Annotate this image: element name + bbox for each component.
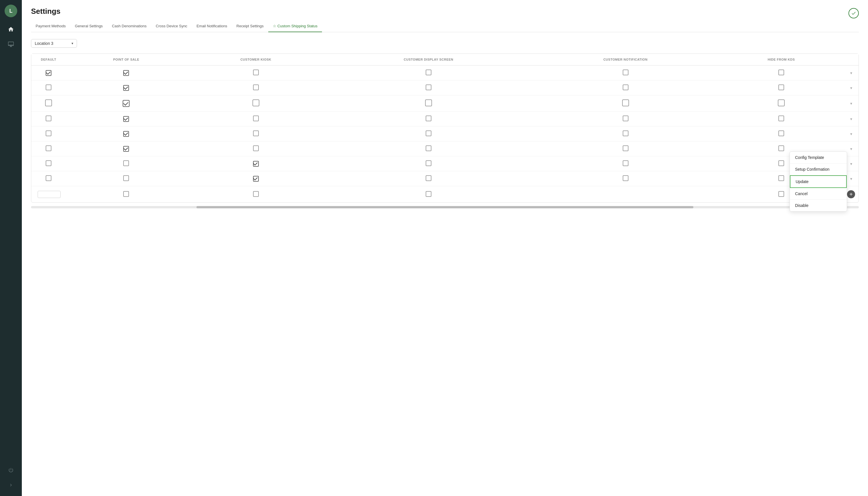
checkbox-default-row6[interactable] [46,145,51,151]
tabs-bar: Payment Methods General Settings Cash De… [31,21,859,32]
table-row: ▾ [31,156,858,171]
scroll-thumb[interactable] [196,206,693,208]
checkbox-display-row5[interactable] [426,130,431,136]
checkbox-display-row9[interactable] [426,191,431,197]
table-row: ▾ [31,141,858,156]
context-menu: Config Template Setup Confirmation Updat… [790,152,847,212]
col-header-default: DEFAULT [31,54,66,65]
checkbox-default-row1[interactable] [46,70,51,76]
checkbox-notification-row5[interactable] [623,130,628,136]
checkbox-notification-row4[interactable] [623,115,628,121]
checkbox-pos-row5[interactable] [123,131,129,137]
row-expand-icon[interactable]: ▾ [849,130,853,137]
checkbox-kds-row8[interactable] [778,175,784,181]
checkbox-kiosk-row6[interactable] [253,145,259,151]
checkbox-kds-row7[interactable] [778,160,784,166]
add-row-button[interactable]: + [847,190,855,198]
page-title: Settings [31,7,859,16]
checkbox-pos-row6[interactable] [123,146,129,152]
checkbox-kiosk-row3[interactable] [253,99,259,106]
checkbox-display-row8[interactable] [426,175,431,181]
checkbox-notification-row1[interactable] [623,69,628,75]
checkbox-pos-row2[interactable] [123,85,129,91]
checkbox-kiosk-row4[interactable] [253,115,259,121]
checkbox-pos-row7[interactable] [123,160,129,166]
location-select[interactable]: Location 3 ▾ [31,39,77,48]
sidebar-item-monitor[interactable] [5,38,17,50]
checkbox-display-row7[interactable] [426,160,431,166]
tab-general-settings[interactable]: General Settings [70,21,108,32]
checkbox-kds-row1[interactable] [778,69,784,75]
checkbox-kiosk-row7[interactable] [253,161,259,167]
checkbox-pos-row3[interactable] [123,100,130,107]
menu-item-cancel[interactable]: Cancel [790,188,847,200]
menu-item-disable[interactable]: Disable [790,200,847,211]
checkbox-kiosk-row9[interactable] [253,191,259,197]
col-header-customer-notification: CUSTOMER NOTIFICATION [532,54,719,65]
checkbox-display-row1[interactable] [426,69,431,75]
row-expand-icon[interactable]: ▾ [849,100,853,107]
sidebar-item-expand[interactable] [5,479,17,492]
tab-custom-shipping-status[interactable]: ☆ Custom Shipping Status [268,21,322,32]
row-expand-icon[interactable]: ▾ [849,160,853,167]
checkbox-kds-row6[interactable] [778,145,784,151]
checkbox-display-row2[interactable] [426,84,431,90]
checkbox-pos-row1[interactable] [123,70,129,76]
checkbox-kds-row9[interactable] [778,191,784,197]
checkbox-kds-row5[interactable] [778,130,784,136]
table-row: ▾ [31,95,858,111]
tab-receipt-settings[interactable]: Receipt Settings [232,21,268,32]
row-expand-icon[interactable]: ▾ [849,175,853,182]
row-expand-icon[interactable]: ▾ [849,145,853,152]
horizontal-scrollbar[interactable] [31,206,859,208]
tab-cross-device-sync[interactable]: Cross Device Sync [151,21,192,32]
sidebar-item-power[interactable] [5,464,17,477]
checkbox-notification-row7[interactable] [623,160,628,166]
user-avatar[interactable]: L [5,4,17,17]
col-header-actions [843,54,858,65]
row-expand-icon[interactable]: ▾ [849,69,853,76]
check-circle-icon[interactable] [849,8,859,18]
checkbox-default-row8[interactable] [46,175,51,181]
checkbox-display-row6[interactable] [426,145,431,151]
checkbox-notification-row6[interactable] [623,145,628,151]
checkbox-pos-row4[interactable] [123,116,129,122]
tab-cash-denominations[interactable]: Cash Denominations [108,21,151,32]
table-row: ▾ [31,65,858,80]
checkbox-pos-row9[interactable] [123,191,129,197]
checkbox-kds-row4[interactable] [778,115,784,121]
col-header-customer-kiosk: CUSTOMER KIOSK [187,54,325,65]
sidebar-item-home[interactable] [5,23,17,36]
checkbox-display-row3[interactable] [425,99,432,106]
checkbox-kiosk-row5[interactable] [253,130,259,136]
menu-item-config-template[interactable]: Config Template [790,152,847,164]
checkbox-kiosk-row8[interactable] [253,176,259,182]
row-expand-icon[interactable]: ▾ [849,115,853,122]
checkbox-default-row5[interactable] [46,130,51,136]
checkbox-default-row2[interactable] [46,84,51,90]
checkbox-notification-row2[interactable] [623,84,628,90]
header-check-circle[interactable] [849,8,859,18]
checkbox-default-row3[interactable] [45,99,52,106]
checkbox-kiosk-row2[interactable] [253,84,259,90]
content-area: Location 3 ▾ DEFAULT POINT OF SALE CUSTO… [22,32,868,496]
tab-payment-methods[interactable]: Payment Methods [31,21,70,32]
checkbox-kds-row3[interactable] [778,99,785,106]
checkbox-notification-row3[interactable] [622,99,629,106]
checkbox-default-row4[interactable] [46,115,51,121]
menu-item-setup-confirmation[interactable]: Setup Confirmation [790,164,847,175]
star-icon: ☆ [273,24,276,28]
row-expand-icon[interactable]: ▾ [849,84,853,91]
checkbox-notification-row8[interactable] [623,175,628,181]
header: Settings Payment Methods General Setting… [22,0,868,32]
table-row: ▾ [31,111,858,126]
checkbox-kiosk-row1[interactable] [253,69,259,75]
tab-email-notifications[interactable]: Email Notifications [192,21,232,32]
checkbox-pos-row8[interactable] [123,175,129,181]
checkbox-kds-row2[interactable] [778,84,784,90]
new-row-input[interactable] [38,191,61,198]
checkbox-display-row4[interactable] [426,115,431,121]
checkbox-default-row7[interactable] [46,160,51,166]
menu-item-update[interactable]: Update [790,175,847,188]
col-header-point-of-sale: POINT OF SALE [66,54,187,65]
